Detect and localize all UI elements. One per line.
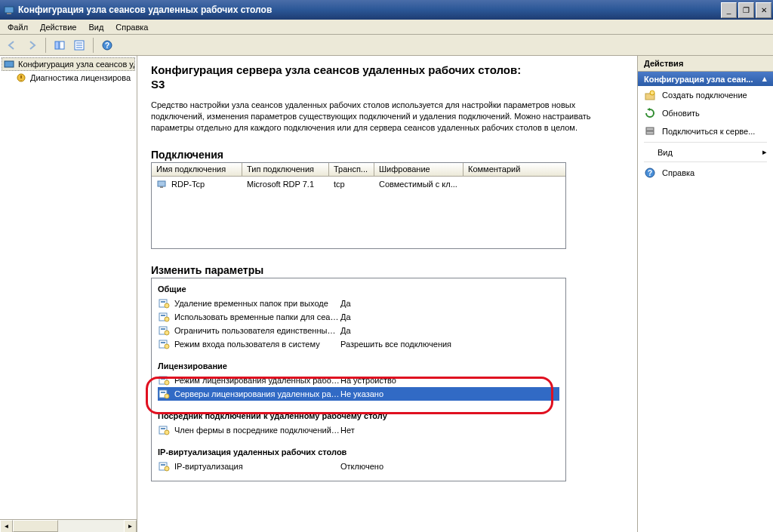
setting-row[interactable]: Режим лицензирования удаленных рабочи...… — [158, 374, 559, 387]
setting-row[interactable]: Режим входа пользователя в системуРазреш… — [158, 337, 559, 351]
server-name: S3 — [151, 78, 624, 91]
setting-row[interactable]: Ограничить пользователя единственным ...… — [158, 324, 559, 337]
svg-point-34 — [165, 430, 169, 435]
setting-value: Разрешить все подключения — [340, 340, 559, 349]
svg-rect-33 — [161, 428, 165, 429]
setting-icon — [158, 374, 170, 386]
setting-row[interactable]: Использовать временные папки для сеан...… — [158, 310, 559, 324]
menu-action[interactable]: Действие — [34, 21, 82, 33]
setting-value: Отключено — [340, 462, 559, 471]
svg-rect-0 — [5, 7, 14, 13]
setting-icon — [158, 460, 170, 472]
maximize-button[interactable]: ❐ — [738, 2, 754, 18]
actions-subheader[interactable]: Конфигурация узла сеан... ▴ — [638, 72, 773, 86]
action-refresh[interactable]: Обновить — [638, 104, 773, 122]
setting-row[interactable]: IP-виртуализацияОтключено — [158, 460, 559, 473]
action-connect-label: Подключиться к серве... — [662, 127, 755, 136]
tree-child-label: Диагностика лицензирова — [30, 73, 131, 82]
tree-root[interactable]: Конфигурация узла сеансов уд — [2, 57, 135, 71]
setting-icon — [158, 311, 170, 323]
svg-rect-15 — [161, 301, 165, 303]
tree-child-licensing[interactable]: Диагностика лицензирова — [2, 71, 135, 85]
conn-transport: tcp — [329, 178, 374, 190]
setting-value: Да — [340, 299, 559, 308]
col-type[interactable]: Тип подключения — [242, 163, 329, 176]
tree-hscroll[interactable]: ◄ ► — [0, 519, 137, 532]
content-panel: Конфигурация сервера узла сеансов удален… — [137, 56, 637, 532]
svg-rect-27 — [161, 378, 165, 380]
connections-header: Имя подключения Тип подключения Трансп..… — [152, 163, 565, 177]
action-create-connection[interactable]: Создать подключение — [638, 86, 773, 104]
setting-value: На устройство — [340, 376, 559, 385]
ipvirt-heading: IP-виртуализация удаленных рабочих столо… — [158, 447, 559, 457]
description: Средство настройки узла сеансов удаленны… — [151, 100, 624, 134]
menu-file[interactable]: Файл — [2, 21, 34, 33]
col-comment[interactable]: Комментарий — [463, 163, 565, 176]
col-name[interactable]: Имя подключения — [152, 163, 242, 176]
action-connect-server[interactable]: Подключиться к серве... — [638, 122, 773, 140]
app-icon — [3, 4, 15, 16]
action-view-label: Вид — [658, 148, 673, 157]
col-transport[interactable]: Трансп... — [329, 163, 374, 176]
refresh-icon — [644, 107, 656, 119]
help-icon: ? — [644, 167, 656, 179]
minimize-button[interactable]: _ — [721, 2, 737, 18]
svg-rect-12 — [158, 181, 165, 186]
close-button[interactable]: ✕ — [756, 2, 771, 18]
toolbar: ? — [0, 35, 773, 56]
properties-button[interactable] — [70, 37, 88, 54]
menu-view[interactable]: Вид — [82, 21, 109, 33]
svg-rect-2 — [55, 42, 59, 49]
svg-rect-24 — [161, 342, 165, 343]
chevron-right-icon: ▸ — [762, 147, 767, 157]
create-icon — [644, 89, 656, 101]
config-icon — [3, 58, 15, 70]
setting-row[interactable]: Член фермы в посреднике подключений к...… — [158, 423, 559, 437]
svg-rect-30 — [161, 392, 165, 393]
setting-label: Режим лицензирования удаленных рабочи... — [174, 376, 340, 385]
col-encryption[interactable]: Шифрование — [374, 163, 463, 176]
toolbar-separator — [93, 38, 94, 53]
rdp-icon — [156, 178, 168, 190]
setting-value: Да — [340, 326, 559, 335]
scroll-right-icon[interactable]: ► — [124, 520, 137, 532]
svg-point-39 — [650, 91, 654, 95]
scroll-left-icon[interactable]: ◄ — [0, 520, 13, 532]
setting-label: Использовать временные папки для сеан... — [174, 312, 340, 321]
svg-text:?: ? — [105, 42, 109, 50]
svg-text:?: ? — [648, 169, 652, 177]
svg-rect-3 — [60, 42, 64, 49]
conn-encryption: Совместимый с кл... — [374, 178, 463, 190]
server-icon — [644, 125, 656, 137]
actions-header: Действия — [638, 56, 773, 72]
conn-type: Microsoft RDP 7.1 — [242, 178, 329, 190]
setting-value: Нет — [340, 426, 559, 435]
setting-label: Режим входа пользователя в систему — [174, 340, 340, 349]
general-heading: Общие — [158, 284, 559, 294]
svg-point-37 — [165, 466, 169, 471]
svg-rect-10 — [5, 61, 14, 67]
collapse-icon: ▴ — [762, 74, 767, 84]
action-help-label: Справка — [662, 168, 694, 177]
connection-row[interactable]: RDP-Tcp Microsoft RDP 7.1 tcp Совместимы… — [152, 177, 565, 192]
setting-value: Не указано — [340, 389, 559, 398]
action-help[interactable]: ? Справка — [638, 164, 773, 182]
setting-row[interactable]: Удаление временных папок при выходеДа — [158, 297, 559, 310]
connections-heading: Подключения — [151, 149, 624, 161]
menu-help[interactable]: Справка — [109, 21, 154, 33]
scroll-thumb[interactable] — [13, 520, 58, 532]
page-title: Конфигурация сервера узла сеансов удален… — [151, 63, 624, 76]
setting-label: Ограничить пользователя единственным ... — [174, 326, 340, 335]
svg-rect-18 — [161, 315, 165, 316]
svg-point-31 — [165, 394, 169, 398]
diagnostics-icon — [15, 72, 27, 84]
help-button[interactable]: ? — [98, 37, 116, 54]
forward-button[interactable] — [23, 37, 41, 54]
show-hide-tree-button[interactable] — [51, 37, 69, 54]
svg-rect-13 — [160, 186, 163, 188]
back-button[interactable] — [3, 37, 21, 54]
svg-point-19 — [165, 317, 169, 321]
action-view[interactable]: Вид ▸ — [638, 144, 773, 160]
svg-point-16 — [165, 303, 169, 308]
setting-row[interactable]: Серверы лицензирования удаленных рабо...… — [158, 387, 559, 401]
